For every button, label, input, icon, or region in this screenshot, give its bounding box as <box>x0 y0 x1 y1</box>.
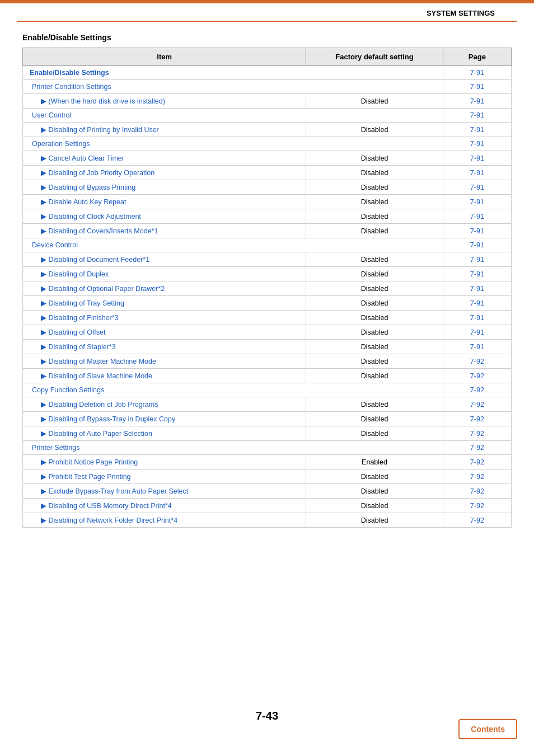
table-row: ▶ Disabling of Clock AdjustmentDisabled7… <box>23 209 512 224</box>
item-cell: ▶ Disabling of Offset <box>23 325 306 340</box>
item-cell: ▶ Exclude Bypass-Tray from Auto Paper Se… <box>23 484 306 499</box>
default-cell: Disabled <box>306 426 443 441</box>
table-row: ▶ Disabling of Bypass-Tray in Duplex Cop… <box>23 412 512 426</box>
default-cell: Disabled <box>306 513 443 528</box>
page-cell: 7-91 <box>443 209 511 224</box>
default-cell: Disabled <box>306 166 443 180</box>
item-cell: Printer Condition Settings <box>23 80 443 94</box>
table-row: ▶ Disabling of DuplexDisabled7-91 <box>23 267 512 281</box>
item-cell: ▶ Disabling Deletion of Job Programs <box>23 397 306 412</box>
table-row: ▶ Cancel Auto Clear TimerDisabled7-91 <box>23 151 512 166</box>
page-cell: 7-92 <box>443 354 511 369</box>
item-cell: Enable/Disable Settings <box>23 66 443 80</box>
default-cell: Disabled <box>306 224 443 238</box>
table-row: ▶ Disabling of Auto Paper SelectionDisab… <box>23 426 512 441</box>
page-cell: 7-91 <box>443 137 511 151</box>
default-cell: Enabled <box>306 455 443 469</box>
default-cell: Disabled <box>306 484 443 499</box>
settings-table: Item Factory default setting Page Enable… <box>22 48 512 528</box>
page-cell: 7-91 <box>443 311 511 325</box>
header-title: SYSTEM SETTINGS <box>427 9 495 17</box>
default-cell: Disabled <box>306 354 443 369</box>
item-cell: ▶ Disabling of Slave Machine Mode <box>23 369 306 383</box>
page-cell: 7-91 <box>443 66 511 80</box>
default-cell: Disabled <box>306 369 443 383</box>
item-cell: ▶ Disabling of Network Folder Direct Pri… <box>23 513 306 528</box>
table-row: ▶ Disabling of USB Memory Direct Print*4… <box>23 499 512 513</box>
page-cell: 7-92 <box>443 426 511 441</box>
default-cell: Disabled <box>306 151 443 166</box>
item-cell: Printer Settings <box>23 441 443 455</box>
item-cell: ▶ Disabling of Printing by Invalid User <box>23 123 306 137</box>
page-cell: 7-91 <box>443 195 511 209</box>
table-row: ▶ Disabling of Slave Machine ModeDisable… <box>23 369 512 383</box>
page-cell: 7-92 <box>443 412 511 426</box>
default-cell: Disabled <box>306 296 443 311</box>
page-cell: 7-91 <box>443 80 511 94</box>
default-cell: Disabled <box>306 209 443 224</box>
page-cell: 7-91 <box>443 94 511 109</box>
table-row: ▶ Disabling of Tray SettingDisabled7-91 <box>23 296 512 311</box>
contents-button[interactable]: Contents <box>458 719 517 739</box>
default-cell: Disabled <box>306 252 443 267</box>
page-cell: 7-91 <box>443 325 511 340</box>
item-cell: ▶ Disable Auto Key Repeat <box>23 195 306 209</box>
table-row: ▶ Disabling of Job Priority OperationDis… <box>23 166 512 180</box>
page-cell: 7-92 <box>443 383 511 397</box>
item-cell: ▶ Disabling of Stapler*3 <box>23 340 306 354</box>
table-row: Printer Condition Settings7-91 <box>23 80 512 94</box>
item-cell: ▶ Disabling of USB Memory Direct Print*4 <box>23 499 306 513</box>
page-cell: 7-91 <box>443 180 511 195</box>
default-cell: Disabled <box>306 340 443 354</box>
item-cell: ▶ Disabling of Bypass Printing <box>23 180 306 195</box>
default-cell: Disabled <box>306 311 443 325</box>
table-row: ▶ Disable Auto Key RepeatDisabled7-91 <box>23 195 512 209</box>
page-cell: 7-91 <box>443 109 511 123</box>
item-cell: ▶ Cancel Auto Clear Timer <box>23 151 306 166</box>
page-number: 7-43 <box>0 710 534 722</box>
item-cell: ▶ Disabling of Master Machine Mode <box>23 354 306 369</box>
item-cell: ▶ Disabling of Job Priority Operation <box>23 166 306 180</box>
item-cell: Copy Function Settings <box>23 383 443 397</box>
col-item: Item <box>23 48 306 66</box>
default-cell: Disabled <box>306 123 443 137</box>
table-row: ▶ Disabling of OffsetDisabled7-91 <box>23 325 512 340</box>
page-cell: 7-91 <box>443 151 511 166</box>
item-cell: ▶ Disabling of Covers/Inserts Mode*1 <box>23 224 306 238</box>
table-row: Copy Function Settings7-92 <box>23 383 512 397</box>
default-cell: Disabled <box>306 195 443 209</box>
item-cell: ▶ Disabling of Document Feeder*1 <box>23 252 306 267</box>
table-row: Enable/Disable Settings7-91 <box>23 66 512 80</box>
item-cell: ▶ (When the hard disk drive is installed… <box>23 94 306 109</box>
default-cell: Disabled <box>306 397 443 412</box>
table-row: ▶ Prohibit Notice Page PrintingEnabled7-… <box>23 455 512 469</box>
table-row: ▶ (When the hard disk drive is installed… <box>23 94 512 109</box>
col-default: Factory default setting <box>306 48 443 66</box>
page-cell: 7-91 <box>443 123 511 137</box>
item-cell: Device Control <box>23 238 443 252</box>
table-row: ▶ Disabling of Document Feeder*1Disabled… <box>23 252 512 267</box>
table-row: ▶ Disabling of Network Folder Direct Pri… <box>23 513 512 528</box>
default-cell: Disabled <box>306 94 443 109</box>
default-cell: Disabled <box>306 180 443 195</box>
page-cell: 7-91 <box>443 224 511 238</box>
table-row: Operation Settings7-91 <box>23 137 512 151</box>
item-cell: ▶ Prohibit Test Page Printing <box>23 469 306 484</box>
table-row: ▶ Disabling of Optional Paper Drawer*2Di… <box>23 281 512 296</box>
item-cell: ▶ Disabling of Duplex <box>23 267 306 281</box>
item-cell: ▶ Disabling of Auto Paper Selection <box>23 426 306 441</box>
page-cell: 7-91 <box>443 166 511 180</box>
default-cell: Disabled <box>306 412 443 426</box>
default-cell: Disabled <box>306 325 443 340</box>
page-cell: 7-91 <box>443 340 511 354</box>
table-row: ▶ Disabling of Stapler*3Disabled7-91 <box>23 340 512 354</box>
page-cell: 7-91 <box>443 296 511 311</box>
table-row: ▶ Disabling of Printing by Invalid UserD… <box>23 123 512 137</box>
page-header: SYSTEM SETTINGS <box>17 3 517 22</box>
item-cell: ▶ Disabling of Bypass-Tray in Duplex Cop… <box>23 412 306 426</box>
default-cell: Disabled <box>306 469 443 484</box>
table-row: ▶ Disabling Deletion of Job ProgramsDisa… <box>23 397 512 412</box>
page-cell: 7-92 <box>443 513 511 528</box>
page-cell: 7-92 <box>443 469 511 484</box>
section-title: Enable/Disable Settings <box>22 33 512 42</box>
